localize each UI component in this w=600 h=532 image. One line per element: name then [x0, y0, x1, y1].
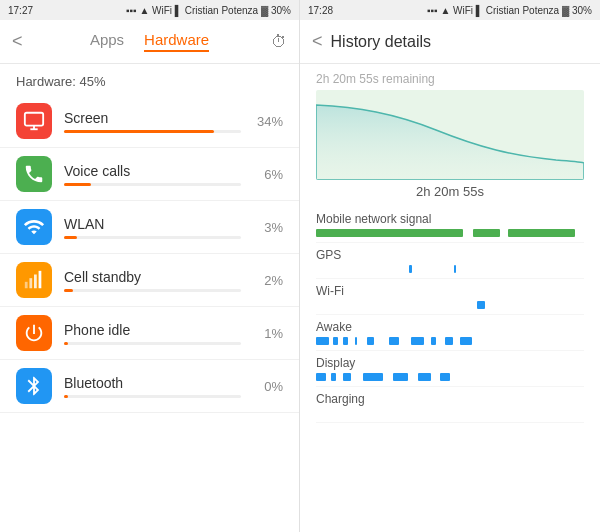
usage-pct: 0%	[251, 379, 283, 394]
signal-gap	[454, 337, 459, 345]
usage-item[interactable]: WLAN 3%	[0, 201, 299, 254]
signal-bar-area	[316, 265, 584, 273]
signal-segment	[316, 229, 463, 237]
signal-segment	[477, 301, 485, 309]
signal-segment	[508, 229, 575, 237]
usage-name: WLAN	[64, 216, 241, 232]
right-panel: 17:28 ▪▪▪ ▲ WiFi ▌ Cristian Potenza ▓ 30…	[300, 0, 600, 532]
usage-name: Phone idle	[64, 322, 241, 338]
signal-gap	[409, 373, 417, 381]
signal-rows: Mobile network signal GPS Wi-Fi Awake Di…	[300, 207, 600, 532]
usage-icon	[16, 209, 52, 245]
signal-segments	[316, 229, 584, 237]
svg-rect-4	[29, 278, 32, 288]
signal-segment	[367, 337, 375, 345]
signal-segment	[418, 373, 431, 381]
signal-gap	[337, 373, 342, 381]
signal-segment	[355, 337, 358, 345]
usage-icon	[16, 262, 52, 298]
usage-bar-fill	[64, 236, 77, 239]
back-button[interactable]: <	[12, 31, 23, 52]
usage-bar-fill	[64, 130, 214, 133]
signal-segment	[343, 337, 348, 345]
usage-info: WLAN	[64, 216, 241, 239]
signal-gap	[437, 337, 445, 345]
right-back-button[interactable]: <	[312, 31, 323, 52]
usage-item[interactable]: Phone idle 1%	[0, 307, 299, 360]
signal-segment	[316, 337, 329, 345]
usage-pct: 34%	[251, 114, 283, 129]
signal-segment	[445, 337, 453, 345]
signal-row: Mobile network signal	[316, 207, 584, 243]
left-status-icons: ▪▪▪ ▲ WiFi ▌ Cristian Potenza ▓ 30%	[126, 5, 291, 16]
signal-gap	[352, 373, 362, 381]
usage-pct: 6%	[251, 167, 283, 182]
usage-bar-track	[64, 236, 241, 239]
signal-segment	[411, 337, 424, 345]
usage-list: Screen 34% Voice calls 6% WLAN 3%	[0, 95, 299, 532]
signal-gap	[330, 337, 333, 345]
signal-segments	[316, 337, 584, 345]
tab-hardware[interactable]: Hardware	[144, 31, 209, 52]
usage-item[interactable]: Bluetooth 0%	[0, 360, 299, 413]
signal-label: Awake	[316, 320, 584, 334]
usage-icon	[16, 103, 52, 139]
signal-segment	[316, 373, 326, 381]
usage-item[interactable]: Voice calls 6%	[0, 148, 299, 201]
usage-pct: 2%	[251, 273, 283, 288]
signal-bar-area	[316, 301, 584, 309]
signal-gap	[451, 373, 584, 381]
signal-bar-area	[316, 409, 584, 417]
signal-gap	[457, 265, 584, 273]
signal-row: GPS	[316, 243, 584, 279]
svg-rect-6	[39, 271, 42, 288]
signal-gap	[316, 301, 476, 309]
signal-row: Wi-Fi	[316, 279, 584, 315]
signal-segment	[363, 373, 383, 381]
left-header: < Apps Hardware ⏱	[0, 20, 299, 64]
signal-gap	[327, 373, 330, 381]
tab-apps[interactable]: Apps	[90, 31, 124, 52]
signal-gap	[384, 373, 392, 381]
usage-name: Bluetooth	[64, 375, 241, 391]
hardware-label: Hardware: 45%	[0, 64, 299, 95]
signal-segment	[473, 229, 500, 237]
signal-gap	[349, 337, 354, 345]
usage-pct: 3%	[251, 220, 283, 235]
usage-item[interactable]: Screen 34%	[0, 95, 299, 148]
signal-gap	[473, 337, 584, 345]
right-time: 17:28	[308, 5, 333, 16]
usage-bar-track	[64, 395, 241, 398]
usage-bar-fill	[64, 342, 68, 345]
svg-rect-3	[25, 282, 28, 288]
signal-gap	[375, 337, 388, 345]
usage-bar-fill	[64, 183, 91, 186]
right-status-icons: ▪▪▪ ▲ WiFi ▌ Cristian Potenza ▓ 30%	[427, 5, 592, 16]
signal-segment	[460, 337, 473, 345]
signal-segment	[393, 373, 408, 381]
usage-info: Bluetooth	[64, 375, 241, 398]
usage-bar-track	[64, 342, 241, 345]
usage-name: Cell standby	[64, 269, 241, 285]
signal-gap	[413, 265, 453, 273]
signal-segment	[343, 373, 351, 381]
signal-label: Mobile network signal	[316, 212, 584, 226]
left-time: 17:27	[8, 5, 33, 16]
right-header: < History details	[300, 20, 600, 64]
right-status-bar: 17:28 ▪▪▪ ▲ WiFi ▌ Cristian Potenza ▓ 30…	[300, 0, 600, 20]
usage-icon	[16, 315, 52, 351]
signal-row: Awake	[316, 315, 584, 351]
usage-bar-track	[64, 289, 241, 292]
signal-segments	[316, 301, 584, 309]
header-tabs: Apps Hardware	[90, 31, 209, 52]
usage-name: Screen	[64, 110, 241, 126]
clock-icon[interactable]: ⏱	[271, 33, 287, 51]
usage-item[interactable]: Cell standby 2%	[0, 254, 299, 307]
signal-bar-area	[316, 373, 584, 381]
signal-gap	[486, 301, 584, 309]
usage-bar-track	[64, 183, 241, 186]
usage-icon	[16, 368, 52, 404]
signal-row: Display	[316, 351, 584, 387]
signal-gap	[358, 337, 366, 345]
signal-segment	[331, 373, 336, 381]
